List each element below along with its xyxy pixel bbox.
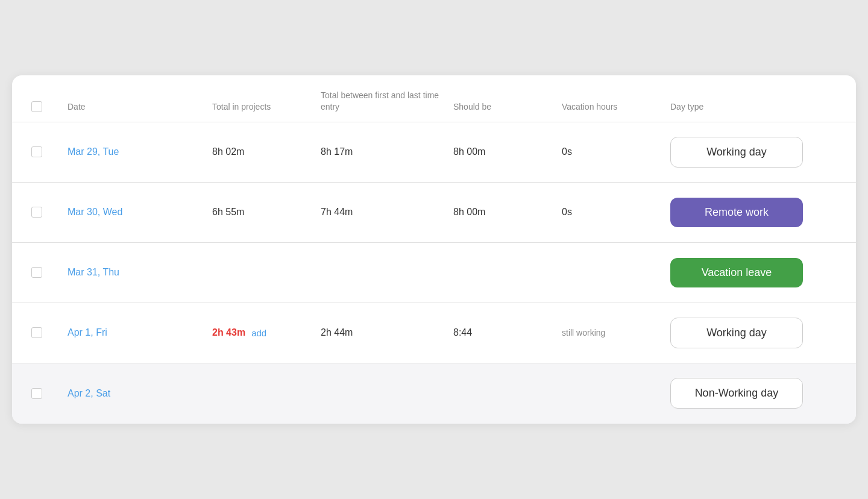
row-vacation-hours: still working xyxy=(562,328,670,337)
row-day-type-col: Non-Working day xyxy=(670,378,815,409)
row-day-type-col: Working day xyxy=(670,318,815,348)
row-date: Mar 29, Tue xyxy=(68,146,212,157)
row-date: Apr 2, Sat xyxy=(68,388,212,399)
col-day-type-label: Day type xyxy=(670,101,815,112)
table-row: Mar 29, Tue8h 02m8h 17m8h 00m0sWorking d… xyxy=(12,122,856,183)
col-vacation-hours-label: Vacation hours xyxy=(562,101,670,112)
table-row: Apr 2, SatNon-Working day xyxy=(12,363,856,424)
row-day-type-col: Working day xyxy=(670,137,815,168)
table-body: Mar 29, Tue8h 02m8h 17m8h 00m0sWorking d… xyxy=(12,122,856,424)
col-should-be-label: Should be xyxy=(453,101,562,112)
row-date: Mar 30, Wed xyxy=(68,207,212,218)
header-checkbox-col xyxy=(31,101,68,112)
day-type-button[interactable]: Working day xyxy=(670,137,803,168)
table-row: Mar 30, Wed6h 55m7h 44m8h 00m0sRemote wo… xyxy=(12,183,856,243)
row-checkbox-col xyxy=(31,327,68,338)
row-checkbox-col xyxy=(31,388,68,399)
row-day-type-col: Remote work xyxy=(670,198,815,227)
table-header: Date Total in projects Total between fir… xyxy=(12,75,856,122)
row-vacation-hours: 0s xyxy=(562,207,670,218)
row-checkbox-col xyxy=(31,207,68,218)
table-row: Mar 31, ThuVacation leave xyxy=(12,243,856,303)
table-row: Apr 1, Fri2h 43madd2h 44m8:44still worki… xyxy=(12,303,856,363)
day-type-button[interactable]: Non-Working day xyxy=(670,378,803,409)
day-type-button[interactable]: Working day xyxy=(670,318,803,348)
day-type-button[interactable]: Vacation leave xyxy=(670,258,803,287)
col-total-between-label: Total between first and last time entry xyxy=(321,90,453,111)
row-total-between: 8h 17m xyxy=(321,146,453,157)
row-should-be: 8h 00m xyxy=(453,146,562,157)
row-total-projects-value: 8h 02m xyxy=(212,146,321,157)
row-should-be: 8:44 xyxy=(453,327,562,338)
row-checkbox[interactable] xyxy=(31,267,42,278)
row-total-projects: 2h 43madd xyxy=(212,327,321,338)
row-total-projects-value: 2h 43m xyxy=(212,327,245,338)
timesheet-table: Date Total in projects Total between fir… xyxy=(12,75,856,423)
row-total-projects-value: 6h 55m xyxy=(212,207,321,218)
row-checkbox-col xyxy=(31,146,68,157)
row-checkbox-col xyxy=(31,267,68,278)
row-total-between: 2h 44m xyxy=(321,327,453,338)
row-checkbox[interactable] xyxy=(31,388,42,399)
row-checkbox[interactable] xyxy=(31,207,42,218)
row-should-be: 8h 00m xyxy=(453,207,562,218)
select-all-checkbox[interactable] xyxy=(31,101,42,112)
row-day-type-col: Vacation leave xyxy=(670,258,815,287)
row-date: Apr 1, Fri xyxy=(68,327,212,338)
col-date-label: Date xyxy=(68,101,212,112)
row-checkbox[interactable] xyxy=(31,146,42,157)
col-total-projects-label: Total in projects xyxy=(212,101,321,112)
day-type-button[interactable]: Remote work xyxy=(670,198,803,227)
row-checkbox[interactable] xyxy=(31,327,42,338)
row-date: Mar 31, Thu xyxy=(68,267,212,278)
row-total-between: 7h 44m xyxy=(321,207,453,218)
row-add-link[interactable]: add xyxy=(251,328,266,338)
row-vacation-hours: 0s xyxy=(562,146,670,157)
